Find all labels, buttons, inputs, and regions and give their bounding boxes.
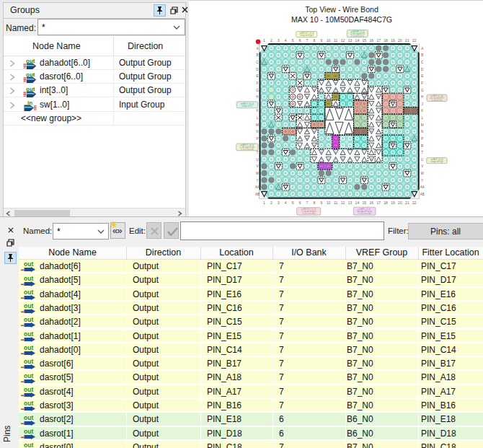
svg-text:20: 20	[398, 38, 402, 43]
svg-text:1: 1	[263, 38, 265, 43]
svg-text:E: E	[256, 74, 258, 78]
svg-text:out: out	[24, 373, 33, 379]
svg-text:D: D	[421, 68, 424, 71]
svg-text:3: 3	[278, 201, 280, 205]
svg-text:4: 4	[285, 38, 287, 43]
svg-text:18: 18	[384, 201, 388, 205]
svg-text:U: U	[421, 158, 423, 162]
svg-text:R: R	[421, 144, 424, 148]
svg-text:4: 4	[285, 201, 287, 205]
svg-text:21: 21	[405, 201, 409, 205]
svg-text:AA: AA	[255, 185, 260, 189]
svg-text:AB: AB	[255, 193, 260, 196]
svg-text:T: T	[421, 151, 423, 154]
svg-text:C: C	[421, 61, 424, 64]
svg-text:W: W	[421, 172, 425, 175]
svg-text:out: out	[24, 415, 33, 421]
svg-text:P: P	[256, 137, 258, 141]
svg-text:T: T	[257, 151, 259, 154]
svg-text:19: 19	[391, 38, 395, 43]
svg-text:14: 14	[355, 38, 360, 43]
svg-text:N: N	[421, 130, 423, 133]
svg-text:W: W	[256, 172, 260, 175]
svg-text:2: 2	[270, 38, 272, 43]
svg-text:K: K	[421, 109, 424, 113]
svg-text:N: N	[256, 130, 258, 133]
svg-text:2: 2	[270, 201, 272, 205]
svg-text:16: 16	[370, 38, 374, 43]
svg-text:8: 8	[314, 38, 316, 43]
svg-text:2. sn at 2 sn nt: 2. sn at 2 sn nt	[351, 35, 364, 38]
svg-text:Y: Y	[256, 179, 258, 183]
svg-text:out: out	[26, 71, 35, 78]
svg-text:B: B	[421, 53, 423, 57]
svg-text:20: 20	[398, 201, 402, 205]
svg-text:9: 9	[320, 201, 322, 205]
svg-text:A: A	[421, 47, 424, 50]
svg-text:out: out	[24, 400, 33, 407]
svg-text:11: 11	[334, 201, 337, 205]
svg-text:E: E	[421, 74, 423, 78]
svg-text:19: 19	[391, 201, 395, 205]
svg-text:out: out	[24, 429, 33, 435]
svg-text:chnge sn if it: chnge sn if it	[241, 105, 252, 107]
svg-text:8: 8	[314, 201, 316, 205]
svg-text:out: out	[26, 86, 35, 92]
svg-text:F: F	[421, 82, 423, 85]
svg-text:V: V	[421, 164, 424, 168]
svg-text:12: 12	[341, 201, 345, 205]
svg-text:13: 13	[348, 201, 353, 205]
svg-text:2. sn at 2 sn: 2. sn at 2 sn	[432, 99, 443, 102]
svg-text:15: 15	[363, 38, 367, 43]
svg-text:out: out	[24, 387, 33, 393]
svg-text:out: out	[26, 58, 35, 64]
svg-text:in: in	[27, 100, 32, 106]
svg-text:K: K	[256, 109, 259, 113]
svg-text:out: out	[24, 317, 33, 323]
svg-text:out: out	[24, 289, 33, 296]
svg-text:3: 3	[278, 38, 280, 43]
svg-text:G: G	[421, 89, 424, 92]
svg-text:V: V	[256, 164, 259, 168]
svg-text:15: 15	[363, 201, 367, 205]
svg-text:H: H	[256, 95, 258, 99]
svg-text:17: 17	[376, 38, 381, 43]
svg-text:Y: Y	[421, 179, 423, 183]
svg-text:18: 18	[384, 38, 388, 43]
svg-text:U: U	[256, 158, 258, 162]
svg-text:L: L	[421, 116, 423, 120]
svg-text:B: B	[256, 53, 258, 57]
svg-text:11: 11	[334, 38, 337, 43]
svg-text:out: out	[24, 276, 33, 282]
svg-text:7: 7	[306, 38, 309, 43]
svg-text:9: 9	[320, 38, 322, 43]
svg-text:10: 10	[327, 201, 331, 205]
svg-text:6: 6	[299, 201, 301, 205]
svg-text:chnge wl nt gen: chnge wl nt gen	[300, 34, 314, 37]
svg-text:out: out	[24, 442, 33, 448]
svg-text:13: 13	[348, 38, 353, 43]
svg-text:16: 16	[370, 201, 374, 205]
svg-text:out: out	[24, 261, 33, 268]
svg-text:7: 7	[306, 201, 309, 205]
svg-text:AB: AB	[420, 193, 425, 196]
svg-text:5: 5	[292, 201, 294, 205]
svg-text:C: C	[256, 61, 259, 64]
svg-text:22: 22	[412, 38, 417, 43]
svg-text:14: 14	[355, 201, 360, 205]
svg-text:10: 10	[327, 38, 331, 43]
svg-text:D: D	[256, 68, 259, 71]
svg-text:F: F	[257, 82, 259, 85]
svg-text:P: P	[421, 137, 423, 141]
svg-text:M: M	[421, 123, 424, 127]
svg-text:1. sn 2 sn at dn: 1. sn 2 sn at dn	[358, 212, 371, 215]
svg-text:6: 6	[299, 38, 301, 43]
svg-text:L: L	[257, 116, 259, 120]
svg-text:21: 21	[405, 38, 409, 43]
svg-text:A: A	[256, 47, 259, 50]
svg-text:out: out	[24, 303, 33, 309]
svg-text:J: J	[422, 102, 423, 106]
svg-text:22: 22	[412, 201, 417, 205]
svg-text:chnge sn if gn: chnge sn if gn	[431, 160, 443, 163]
svg-text:12: 12	[341, 38, 345, 43]
